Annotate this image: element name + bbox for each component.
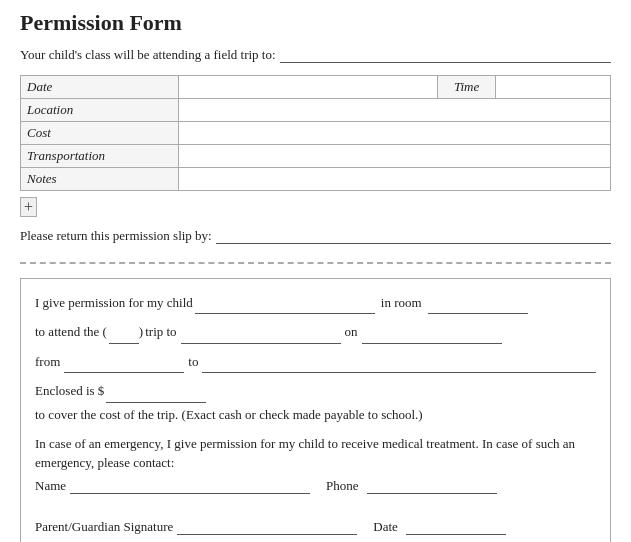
permission-slip: I give permission for my child in room t…: [20, 278, 611, 542]
perm-line2-b: trip to: [145, 320, 176, 343]
date-value[interactable]: [179, 76, 438, 99]
add-row-button[interactable]: +: [20, 197, 37, 217]
phone-label: Phone: [326, 478, 359, 494]
transportation-value[interactable]: [179, 145, 611, 168]
cost-value[interactable]: [179, 122, 611, 145]
return-line: Please return this permission slip by:: [20, 227, 611, 244]
perm-line4-b: to cover the cost of the trip. (Exact ca…: [35, 403, 423, 426]
table-row-transportation: Transportation: [21, 145, 611, 168]
notes-value[interactable]: [179, 168, 611, 191]
field-trip-label: Your child's class will be attending a f…: [20, 47, 276, 63]
perm-line1-a: I give permission for my child: [35, 291, 193, 314]
destination-input[interactable]: [181, 327, 341, 344]
emergency-text: In case of an emergency, I give permissi…: [35, 434, 596, 473]
table-row-date: Date Time: [21, 76, 611, 99]
child-name-input[interactable]: [195, 297, 375, 314]
table-row-notes: Notes: [21, 168, 611, 191]
sig-line: Parent/Guardian Signature Date: [35, 518, 596, 535]
time-value[interactable]: [495, 76, 610, 99]
trip-type-input[interactable]: [109, 327, 139, 344]
date-sig-label: Date: [373, 519, 398, 535]
table-row-location: Location: [21, 99, 611, 122]
phone-input[interactable]: [367, 477, 497, 494]
amount-input[interactable]: [106, 386, 206, 403]
from-time-input[interactable]: [64, 356, 184, 373]
room-input[interactable]: [428, 297, 528, 314]
time-label: Time: [438, 76, 496, 99]
contact-line: Name Phone: [35, 477, 596, 494]
location-label: Location: [21, 99, 179, 122]
field-trip-input[interactable]: [280, 46, 611, 63]
add-row-icon: +: [24, 198, 33, 215]
perm-line2-c: on: [345, 320, 358, 343]
perm-line2-paren: ): [139, 320, 143, 343]
perm-line3-b: to: [188, 350, 198, 373]
transportation-label: Transportation: [21, 145, 179, 168]
date-sig-input[interactable]: [406, 518, 506, 535]
cost-label: Cost: [21, 122, 179, 145]
info-table: Date Time Location Cost Transportation N…: [20, 75, 611, 191]
permission-line-2: to attend the ( ) trip to on: [35, 320, 596, 343]
perm-line2-a: to attend the (: [35, 320, 107, 343]
date-label: Date: [21, 76, 179, 99]
return-date-input[interactable]: [216, 227, 611, 244]
sig-input[interactable]: [177, 518, 357, 535]
perm-line1-b: in room: [381, 291, 422, 314]
location-value[interactable]: [179, 99, 611, 122]
name-label: Name: [35, 478, 66, 494]
notes-label: Notes: [21, 168, 179, 191]
table-row-cost: Cost: [21, 122, 611, 145]
permission-line-3: from to: [35, 350, 596, 373]
perm-line4-a: Enclosed is $: [35, 379, 104, 402]
name-input[interactable]: [70, 477, 310, 494]
field-trip-line: Your child's class will be attending a f…: [20, 46, 611, 63]
page-title: Permission Form: [20, 10, 611, 36]
permission-line-4: Enclosed is $ to cover the cost of the t…: [35, 379, 596, 426]
to-time-input[interactable]: [202, 356, 596, 373]
trip-date-input[interactable]: [362, 327, 502, 344]
sig-label: Parent/Guardian Signature: [35, 519, 173, 535]
return-label: Please return this permission slip by:: [20, 228, 212, 244]
permission-line-1: I give permission for my child in room: [35, 291, 596, 314]
perm-line3-a: from: [35, 350, 60, 373]
dashed-separator: [20, 262, 611, 264]
